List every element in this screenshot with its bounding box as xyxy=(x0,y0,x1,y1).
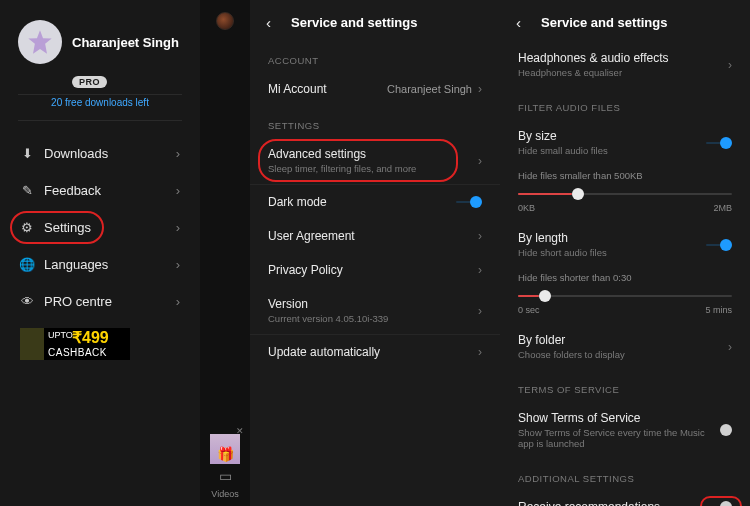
slider-max: 2MB xyxy=(713,203,732,213)
slider-min: 0 sec xyxy=(518,305,540,315)
promo-upto: UPTO xyxy=(48,330,73,340)
row-mi-account[interactable]: Mi Account Charanjeet Singh › xyxy=(250,72,500,106)
menu-downloads[interactable]: ⬇Downloads › xyxy=(0,135,200,172)
toggle-recommendations[interactable] xyxy=(720,501,732,506)
menu-label: Downloads xyxy=(44,146,108,161)
promo-cashback: CASHBACK xyxy=(48,347,107,358)
profile-header[interactable]: Charanjeet Singh xyxy=(0,10,200,72)
gift-tile[interactable]: 🎁 xyxy=(210,434,240,464)
chevron-right-icon: › xyxy=(176,220,180,235)
row-user-agreement[interactable]: User Agreement › xyxy=(250,219,500,253)
row-label: By size xyxy=(518,129,720,143)
settings-panel-2: ‹ Service and settings Headphones & audi… xyxy=(500,0,750,506)
row-sub: Hide short audio files xyxy=(518,247,720,258)
menu-label: Settings xyxy=(44,220,91,235)
settings-panel-1: ‹ Service and settings ACCOUNT Mi Accoun… xyxy=(250,0,500,506)
menu-label: Feedback xyxy=(44,183,101,198)
slider-title: Hide files smaller than 500KB xyxy=(518,170,732,181)
chevron-right-icon: › xyxy=(176,294,180,309)
row-value: Charanjeet Singh xyxy=(387,83,472,95)
row-label: By length xyxy=(518,231,720,245)
row-privacy-policy[interactable]: Privacy Policy › xyxy=(250,253,500,287)
slider-length[interactable]: Hide files shorter than 0:30 0 sec5 mins xyxy=(500,268,750,323)
profile-menu-panel: Charanjeet Singh PRO 20 free downloads l… xyxy=(0,0,200,506)
menu-settings[interactable]: ⚙Settings › xyxy=(0,209,200,246)
row-sub: Current version 4.05.10i-339 xyxy=(268,313,478,324)
section-settings: SETTINGS xyxy=(250,106,500,137)
row-by-length[interactable]: By length Hide short audio files xyxy=(500,221,750,268)
slider-size[interactable]: Hide files smaller than 500KB 0KB2MB xyxy=(500,166,750,221)
row-label: Mi Account xyxy=(268,82,387,96)
row-update-auto[interactable]: Update automatically › xyxy=(250,335,500,369)
back-button[interactable]: ‹ xyxy=(266,14,271,31)
side-menu: ⬇Downloads › ✎Feedback › ⚙Settings › 🌐La… xyxy=(0,135,200,320)
videos-icon: ▭ xyxy=(200,468,250,484)
slider-title: Hide files shorter than 0:30 xyxy=(518,272,732,283)
avatar xyxy=(18,20,62,64)
chevron-right-icon: › xyxy=(728,58,732,72)
row-sub: Show Terms of Service every time the Mus… xyxy=(518,427,720,449)
feedback-icon: ✎ xyxy=(20,183,34,198)
theme-dot-icon[interactable] xyxy=(216,12,234,30)
row-label: User Agreement xyxy=(268,229,478,243)
pro-icon: 👁 xyxy=(20,294,34,309)
menu-label: Languages xyxy=(44,257,108,272)
slider-min: 0KB xyxy=(518,203,535,213)
menu-label: PRO centre xyxy=(44,294,112,309)
chevron-right-icon: › xyxy=(176,257,180,272)
menu-languages[interactable]: 🌐Languages › xyxy=(0,246,200,283)
chevron-right-icon: › xyxy=(176,146,180,161)
chevron-right-icon: › xyxy=(478,345,482,359)
promo-price: ₹499 xyxy=(72,328,109,347)
row-dark-mode[interactable]: Dark mode xyxy=(250,185,500,219)
toggle-dark-mode[interactable] xyxy=(470,196,482,208)
row-label: Advanced settings xyxy=(268,147,478,161)
row-by-folder[interactable]: By folder Choose folders to display › xyxy=(500,323,750,370)
chevron-right-icon: › xyxy=(478,82,482,96)
row-label: Dark mode xyxy=(268,195,470,209)
section-filter: FILTER AUDIO FILES xyxy=(500,88,750,119)
row-headphones[interactable]: Headphones & audio effects Headphones & … xyxy=(500,41,750,88)
gift-icon: 🎁 xyxy=(217,446,234,462)
row-label: Show Terms of Service xyxy=(518,411,720,425)
page-title: Service and settings xyxy=(541,15,667,30)
chevron-right-icon: › xyxy=(478,304,482,318)
section-tos: TERMS OF SERVICE xyxy=(500,370,750,401)
row-version[interactable]: Version Current version 4.05.10i-339 › xyxy=(250,287,500,334)
mini-strip: ✕ 🎁 ▭ Videos xyxy=(200,0,250,506)
menu-pro-centre[interactable]: 👁PRO centre › xyxy=(0,283,200,320)
globe-icon: 🌐 xyxy=(20,257,34,272)
row-sub: Choose folders to display xyxy=(518,349,728,360)
cashback-promo[interactable]: UPTO ₹499 CASHBACK xyxy=(20,328,130,360)
row-show-tos[interactable]: Show Terms of Service Show Terms of Serv… xyxy=(500,401,750,459)
settings-icon: ⚙ xyxy=(20,220,34,235)
row-sub: Sleep timer, filtering files, and more xyxy=(268,163,478,174)
toggle-by-length[interactable] xyxy=(720,239,732,251)
row-label: Privacy Policy xyxy=(268,263,478,277)
row-receive-recommendations[interactable]: Receive recommendations xyxy=(500,490,750,506)
row-label: Update automatically xyxy=(268,345,478,359)
menu-feedback[interactable]: ✎Feedback › xyxy=(0,172,200,209)
row-label: Version xyxy=(268,297,478,311)
download-icon: ⬇ xyxy=(20,146,34,161)
tab-videos[interactable]: ▭ Videos xyxy=(200,468,250,500)
row-label: Headphones & audio effects xyxy=(518,51,728,65)
chevron-right-icon: › xyxy=(478,154,482,168)
chevron-right-icon: › xyxy=(478,263,482,277)
profile-name: Charanjeet Singh xyxy=(72,35,179,50)
row-label: Receive recommendations xyxy=(518,500,720,506)
row-advanced-settings[interactable]: Advanced settings Sleep timer, filtering… xyxy=(250,137,500,184)
section-account: ACCOUNT xyxy=(250,41,500,72)
chevron-right-icon: › xyxy=(478,229,482,243)
row-sub: Headphones & equaliser xyxy=(518,67,728,78)
chevron-right-icon: › xyxy=(728,340,732,354)
row-sub: Hide small audio files xyxy=(518,145,720,156)
pro-badge: PRO xyxy=(72,76,107,88)
row-label: By folder xyxy=(518,333,728,347)
slider-max: 5 mins xyxy=(705,305,732,315)
row-by-size[interactable]: By size Hide small audio files xyxy=(500,119,750,166)
back-button[interactable]: ‹ xyxy=(516,14,521,31)
toggle-by-size[interactable] xyxy=(720,137,732,149)
downloads-remaining[interactable]: 20 free downloads left xyxy=(0,95,200,120)
toggle-show-tos[interactable] xyxy=(720,424,732,436)
